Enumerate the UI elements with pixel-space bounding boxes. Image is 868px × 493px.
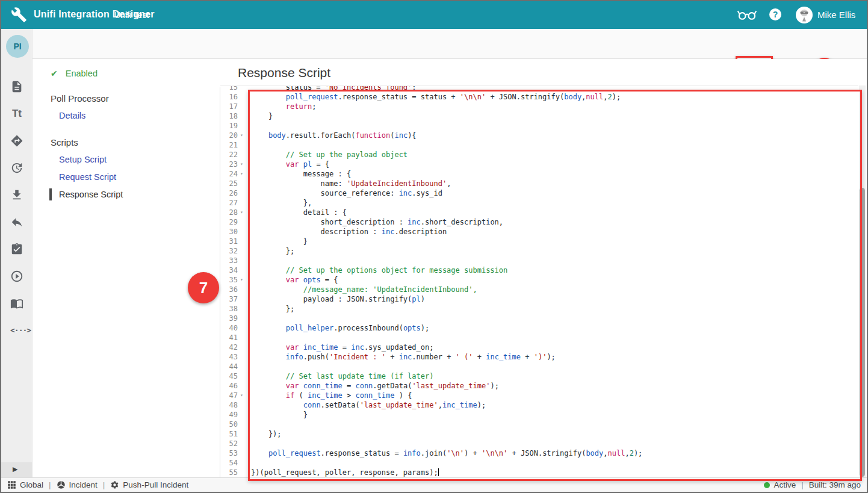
fold-toggle-icon[interactable]: ▾ (238, 169, 246, 179)
code-line[interactable]: 20▾ body.result.forEach(function(inc){ (220, 131, 858, 140)
scope-global[interactable]: Global (7, 480, 43, 489)
code-line[interactable]: 51 }); (220, 429, 858, 439)
line-number: 35 (220, 275, 238, 285)
code-line[interactable]: 33 (220, 256, 858, 265)
fold-gutter (238, 343, 246, 352)
integration-push-pull-incident[interactable]: Push-Pull Incident (110, 480, 188, 489)
code-line[interactable]: 54 (220, 458, 858, 468)
update-icon[interactable] (10, 161, 23, 175)
application-incident[interactable]: Incident (57, 480, 98, 489)
line-number: 26 (220, 188, 238, 198)
code-line[interactable]: 35▾ var opts = { (220, 275, 858, 285)
fold-toggle-icon[interactable]: ▾ (238, 275, 246, 285)
separator: | (103, 480, 105, 489)
code-text: //message_name: 'UpdateIncidentInbound', (251, 285, 477, 294)
code-line[interactable]: 24▾ message : { (220, 169, 858, 179)
nav-item-response-script[interactable]: Response Script (59, 190, 123, 199)
editor-scrollbar[interactable] (859, 85, 866, 477)
code-text: conn.setData('last_update_time',inc_time… (251, 400, 486, 410)
download-icon[interactable] (10, 188, 23, 202)
code-line[interactable]: 22 // Set up the payload object (220, 150, 858, 160)
code-line[interactable]: 19 (220, 121, 858, 131)
code-line[interactable]: 38 }; (220, 304, 858, 314)
code-text: }); (251, 429, 282, 439)
line-number: 37 (220, 294, 238, 304)
code-line[interactable]: 43 info.push('Incident : ' + inc.number … (220, 352, 858, 362)
fold-gutter (238, 92, 246, 102)
code-line[interactable]: 25 name: 'UpdateIncidentInbound', (220, 179, 858, 188)
fold-toggle-icon[interactable]: ▾ (238, 391, 246, 400)
code-text: })(poll_request, poller, response, param… (251, 468, 439, 477)
code-line[interactable]: 26 source_reference: inc.sys_id (220, 188, 858, 198)
code-line[interactable]: 37 payload : JSON.stringify(pl) (220, 294, 858, 304)
code-line[interactable]: 52 (220, 439, 858, 448)
directions-icon[interactable] (10, 134, 23, 147)
code-line[interactable]: 49 } (220, 410, 858, 420)
document-icon[interactable] (10, 80, 23, 93)
code-line[interactable]: 36 //message_name: 'UpdateIncidentInboun… (220, 285, 858, 294)
code-line[interactable]: 18 } (220, 111, 858, 121)
integration-avatar[interactable]: PI (6, 35, 29, 58)
avatar[interactable] (796, 7, 813, 23)
sidebar-collapse-toggle[interactable]: ▶ (1, 462, 33, 477)
help-icon[interactable]: ? (769, 8, 781, 20)
code-text: } (251, 111, 273, 121)
line-number: 40 (220, 323, 238, 333)
code-line[interactable]: 17 return; (220, 102, 858, 111)
separator: | (801, 480, 804, 489)
code-line[interactable]: 44 (220, 362, 858, 371)
fold-gutter (238, 439, 246, 448)
code-line[interactable]: 15 status = 'No incidents found'; (220, 85, 858, 92)
line-number: 55 (220, 468, 238, 477)
code-line[interactable]: 16 poll_request.response_status = status… (220, 92, 858, 102)
code-line[interactable]: 30 description : inc.description (220, 227, 858, 237)
fold-toggle-icon[interactable]: ▾ (238, 208, 246, 217)
code-line[interactable]: 45 // Set last update time (if later) (220, 371, 858, 381)
code-line[interactable]: 29 short_description : inc.short_descrip… (220, 217, 858, 227)
script-editor[interactable]: 15 status = 'No incidents found';16 poll… (220, 85, 858, 477)
nav-item-request-script[interactable]: Request Script (59, 172, 116, 182)
code-line[interactable]: 23▾ var pl = { (220, 160, 858, 169)
spectacles-icon[interactable] (737, 8, 757, 22)
code-icon[interactable]: <···> (10, 324, 23, 337)
line-number: 51 (220, 429, 238, 439)
code-line[interactable]: 48 conn.setData('last_update_time',inc_t… (220, 400, 858, 410)
fold-gutter (238, 285, 246, 294)
user-name[interactable]: Mike Ellis (817, 10, 855, 20)
active-item-marker (49, 188, 52, 200)
code-line[interactable]: 53 poll_request.response_status = info.j… (220, 448, 858, 458)
fold-gutter (238, 352, 246, 362)
code-text: return; (251, 102, 316, 111)
code-line[interactable]: 39 (220, 314, 858, 323)
text-format-icon[interactable]: Tt (10, 107, 23, 120)
code-line[interactable]: 42 var inc_time = inc.sys_updated_on; (220, 343, 858, 352)
code-line[interactable]: 41 (220, 333, 858, 343)
code-line[interactable]: 46 var conn_time = conn.getData('last_up… (220, 381, 858, 391)
code-line[interactable]: 50 (220, 420, 858, 429)
line-number: 36 (220, 285, 238, 294)
code-line[interactable]: 34 // Set up the options object for mess… (220, 265, 858, 275)
code-line[interactable]: 27 }, (220, 198, 858, 208)
fold-toggle-icon[interactable]: ▾ (238, 131, 246, 140)
code-text: payload : JSON.stringify(pl) (251, 294, 425, 304)
play-icon[interactable] (10, 270, 23, 283)
fold-gutter (238, 420, 246, 429)
code-line[interactable]: 40 poll_helper.processInbound(opts); (220, 323, 858, 333)
code-line[interactable]: 47▾ if ( inc_time > conn_time ) { (220, 391, 858, 400)
fold-toggle-icon[interactable]: ▾ (238, 160, 246, 169)
code-line[interactable]: 31 } (220, 237, 858, 246)
documentation-icon[interactable] (10, 297, 23, 310)
code-line[interactable]: 21 (220, 140, 858, 150)
tasks-icon[interactable] (10, 243, 23, 256)
line-number: 16 (220, 92, 238, 102)
reply-icon[interactable] (10, 215, 23, 229)
line-number: 48 (220, 400, 238, 410)
nav-item-details[interactable]: Details (59, 111, 85, 120)
nav-item-setup-script[interactable]: Setup Script (59, 155, 107, 164)
code-line[interactable]: 28▾ detail : { (220, 208, 858, 217)
code-line[interactable]: 32 }; (220, 246, 858, 256)
scrollbar-thumb[interactable] (860, 188, 865, 477)
code-line[interactable]: 55})(poll_request, poller, response, par… (220, 468, 858, 477)
line-number: 24 (220, 169, 238, 179)
code-text: }, (251, 198, 312, 208)
